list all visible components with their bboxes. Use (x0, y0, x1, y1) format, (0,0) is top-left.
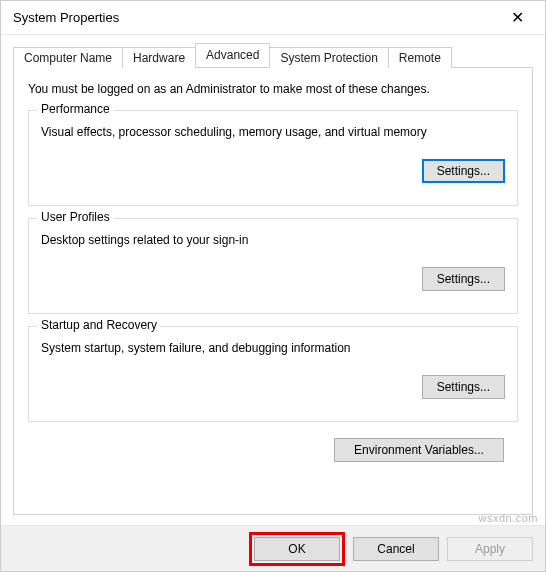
system-properties-window: System Properties ✕ Computer Name Hardwa… (0, 0, 546, 572)
titlebar: System Properties ✕ (1, 1, 545, 35)
group-startup-recovery-desc: System startup, system failure, and debu… (41, 341, 505, 355)
intro-text: You must be logged on as an Administrato… (28, 82, 518, 96)
tab-hardware[interactable]: Hardware (122, 47, 196, 68)
tab-computer-name[interactable]: Computer Name (13, 47, 123, 68)
startup-recovery-settings-button[interactable]: Settings... (422, 375, 505, 399)
environment-variables-button[interactable]: Environment Variables... (334, 438, 504, 462)
tab-remote[interactable]: Remote (388, 47, 452, 68)
close-button[interactable]: ✕ (497, 4, 537, 32)
performance-settings-button[interactable]: Settings... (422, 159, 505, 183)
group-startup-recovery-legend: Startup and Recovery (37, 318, 161, 332)
tabpage-advanced: You must be logged on as an Administrato… (13, 67, 533, 515)
watermark: wsxdn.com (478, 512, 538, 524)
tabstrip: Computer Name Hardware Advanced System P… (13, 45, 533, 67)
environment-variables-row: Environment Variables... (28, 434, 518, 462)
close-icon: ✕ (511, 8, 524, 27)
apply-button[interactable]: Apply (447, 537, 533, 561)
group-user-profiles-desc: Desktop settings related to your sign-in (41, 233, 505, 247)
tab-advanced[interactable]: Advanced (195, 43, 270, 67)
group-startup-recovery: Startup and Recovery System startup, sys… (28, 326, 518, 422)
group-performance: Performance Visual effects, processor sc… (28, 110, 518, 206)
group-user-profiles-legend: User Profiles (37, 210, 114, 224)
tab-system-protection[interactable]: System Protection (269, 47, 388, 68)
group-performance-legend: Performance (37, 102, 114, 116)
cancel-button[interactable]: Cancel (353, 537, 439, 561)
dialog-footer: OK Cancel Apply (1, 525, 545, 571)
ok-highlight: OK (249, 532, 345, 566)
group-performance-desc: Visual effects, processor scheduling, me… (41, 125, 505, 139)
ok-button[interactable]: OK (254, 537, 340, 561)
group-user-profiles: User Profiles Desktop settings related t… (28, 218, 518, 314)
user-profiles-settings-button[interactable]: Settings... (422, 267, 505, 291)
window-title: System Properties (13, 10, 497, 25)
client-area: Computer Name Hardware Advanced System P… (1, 35, 545, 515)
